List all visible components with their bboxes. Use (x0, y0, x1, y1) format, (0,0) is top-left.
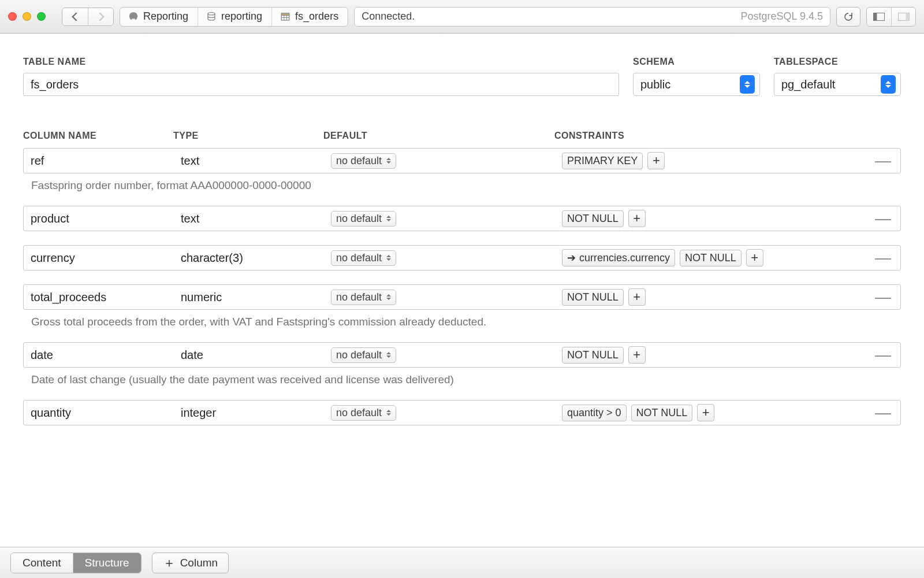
add-constraint-button[interactable]: + (628, 210, 646, 227)
breadcrumb-database[interactable]: reporting (198, 8, 272, 26)
schema-field: SCHEMA public (633, 57, 760, 96)
column-name-cell[interactable]: total_proceeds (24, 291, 174, 304)
constraint-chip[interactable]: NOT NULL (562, 289, 624, 306)
constraint-chip[interactable]: NOT NULL (680, 250, 742, 266)
updown-icon (386, 216, 391, 221)
default-select[interactable]: no default (331, 290, 396, 305)
schema-select[interactable]: public (633, 73, 760, 96)
default-select[interactable]: no default (331, 347, 396, 363)
history-nav (62, 8, 114, 26)
window-controls (8, 12, 46, 21)
schema-select-value: public (640, 78, 670, 91)
view-tabs: Content Structure (10, 553, 141, 573)
column-row: total_proceedsnumericno defaultNOT NULL+… (23, 284, 901, 328)
add-constraint-button[interactable]: + (628, 346, 646, 364)
remove-column-button[interactable]: — (866, 209, 900, 228)
column-default-cell: no default (324, 347, 555, 363)
right-panel-icon (898, 13, 910, 21)
column-name-cell[interactable]: product (24, 212, 174, 225)
add-column-label: Column (180, 557, 218, 569)
column-type-cell[interactable]: numeric (174, 291, 324, 304)
default-select[interactable]: no default (331, 405, 396, 421)
column-headers: COLUMN NAME TYPE DEFAULT CONSTRAINTS (23, 131, 901, 141)
breadcrumb-server[interactable]: Reporting (120, 8, 198, 26)
column-name-cell[interactable]: ref (24, 154, 174, 168)
column-name-cell[interactable]: quantity (24, 406, 174, 420)
header-constraints: CONSTRAINTS (554, 131, 866, 141)
column-row: quantityintegerno defaultquantity > 0NOT… (23, 400, 901, 425)
column-description: Date of last change (usually the date pa… (23, 368, 901, 386)
constraint-foreign-key[interactable]: ➔currencies.currency (562, 249, 675, 266)
column-constraints-cell: ➔currencies.currencyNOT NULL+ (555, 249, 866, 266)
updown-icon (386, 352, 391, 358)
default-select[interactable]: no default (331, 211, 396, 227)
add-column-button[interactable]: ＋ Column (152, 553, 229, 573)
column-row: reftextno defaultPRIMARY KEY+—Fastspring… (23, 148, 901, 192)
svg-point-0 (208, 12, 215, 15)
constraint-chip[interactable]: quantity > 0 (562, 405, 627, 421)
updown-icon (386, 158, 391, 164)
table-icon (280, 12, 290, 22)
left-panel-toggle[interactable] (867, 8, 891, 26)
tablespace-select[interactable]: pg_default (774, 73, 901, 96)
column-type-cell[interactable]: integer (174, 406, 324, 420)
add-constraint-button[interactable]: + (647, 152, 665, 169)
remove-column-button[interactable]: — (866, 288, 900, 306)
default-label: no default (336, 155, 382, 167)
database-icon (206, 12, 217, 22)
minimize-window-button[interactable] (23, 12, 31, 21)
header-type: TYPE (173, 131, 323, 141)
updown-icon (386, 294, 391, 300)
elephant-icon (128, 12, 139, 22)
column-default-cell: no default (324, 290, 555, 305)
column-default-cell: no default (324, 153, 555, 169)
zoom-window-button[interactable] (37, 12, 46, 21)
column-description: Gross total proceeds from the order, wit… (23, 310, 901, 328)
column-constraints-cell: NOT NULL+ (555, 288, 866, 306)
column-name-cell[interactable]: date (24, 349, 174, 362)
column-type-cell[interactable]: text (174, 212, 324, 225)
status-text: Connected. (362, 10, 415, 23)
forward-button[interactable] (88, 8, 113, 25)
tablespace-label: TABLESPACE (774, 57, 901, 67)
breadcrumb-server-label: Reporting (143, 10, 188, 23)
constraint-chip[interactable]: NOT NULL (562, 210, 624, 227)
remove-column-button[interactable]: — (866, 249, 900, 267)
default-label: no default (336, 252, 382, 264)
bottom-bar: Content Structure ＋ Column (0, 547, 924, 578)
db-version: PostgreSQL 9.4.5 (741, 10, 823, 23)
column-type-cell[interactable]: text (174, 154, 324, 168)
add-constraint-button[interactable]: + (697, 404, 714, 421)
right-panel-toggle[interactable] (891, 8, 915, 26)
toolbar-right (836, 7, 916, 27)
table-name-input[interactable] (23, 73, 619, 96)
default-select[interactable]: no default (331, 153, 396, 169)
back-button[interactable] (62, 8, 88, 25)
reload-button[interactable] (836, 7, 860, 27)
constraint-chip[interactable]: NOT NULL (562, 347, 624, 364)
chevron-left-icon (71, 13, 79, 21)
remove-column-button[interactable]: — (866, 151, 900, 170)
tablespace-select-value: pg_default (781, 78, 835, 91)
default-select[interactable]: no default (331, 250, 396, 266)
breadcrumb-table-label: fs_orders (295, 10, 338, 23)
column-type-cell[interactable]: date (174, 349, 324, 362)
constraint-label: currencies.currency (579, 252, 670, 264)
add-constraint-button[interactable]: + (746, 249, 763, 266)
constraint-chip[interactable]: PRIMARY KEY (562, 153, 643, 169)
remove-column-button[interactable]: — (866, 403, 900, 422)
default-label: no default (336, 349, 382, 361)
column-default-cell: no default (324, 250, 555, 266)
column-name-cell[interactable]: currency (24, 251, 174, 265)
breadcrumb-database-label: reporting (221, 10, 262, 23)
column-row: datedateno defaultNOT NULL+—Date of last… (23, 342, 901, 386)
column-type-cell[interactable]: character(3) (174, 251, 324, 265)
remove-column-button[interactable]: — (866, 346, 900, 364)
close-window-button[interactable] (8, 12, 17, 21)
tab-structure[interactable]: Structure (73, 553, 141, 573)
tab-content[interactable]: Content (11, 553, 73, 573)
table-header-row: TABLE NAME SCHEMA public TABLESPACE pg_d… (23, 57, 901, 96)
constraint-chip[interactable]: NOT NULL (631, 405, 693, 421)
add-constraint-button[interactable]: + (628, 288, 646, 306)
breadcrumb-table[interactable]: fs_orders (272, 8, 348, 26)
